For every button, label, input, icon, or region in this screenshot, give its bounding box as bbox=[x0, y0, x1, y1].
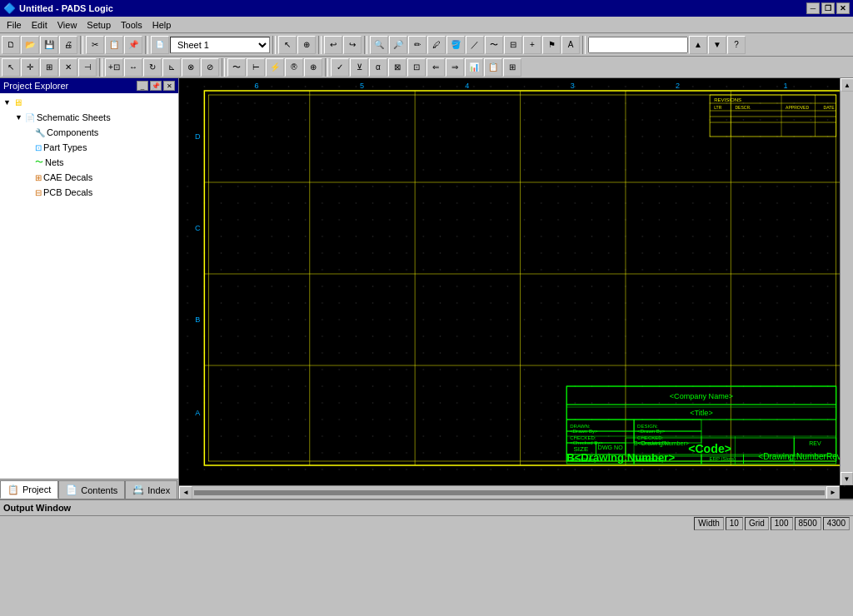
tree-root[interactable]: ▼ 🖥 bbox=[2, 95, 177, 110]
tree-components[interactable]: 🔧 Components bbox=[2, 125, 177, 140]
select2-tool[interactable]: ↖ bbox=[2, 58, 20, 77]
scroll-track-h bbox=[194, 490, 825, 495]
status-width-label: Width bbox=[694, 517, 724, 530]
align-tool[interactable]: ⊾ bbox=[162, 58, 181, 77]
tab-index[interactable]: 📇 Index bbox=[125, 480, 177, 499]
rotate-tool[interactable]: ↻ bbox=[143, 58, 162, 77]
scroll-down-button[interactable]: ▼ bbox=[841, 472, 853, 485]
bus-join[interactable]: ⊢ bbox=[247, 58, 265, 77]
line-tool[interactable]: ／ bbox=[466, 36, 484, 54]
cut-button[interactable]: ✂ bbox=[86, 36, 104, 54]
minimize-button[interactable]: ─ bbox=[806, 2, 820, 14]
mirror-tool[interactable]: ⊣ bbox=[78, 58, 97, 77]
pe-title: Project Explorer bbox=[3, 81, 68, 91]
menu-file[interactable]: File bbox=[2, 18, 27, 32]
paste-button[interactable]: 📌 bbox=[124, 36, 142, 54]
verify-tool[interactable]: ✓ bbox=[331, 58, 349, 77]
copy-button[interactable]: 📋 bbox=[105, 36, 123, 54]
net-tool[interactable]: 〜 bbox=[227, 58, 246, 77]
tab-contents[interactable]: 📄 Contents bbox=[58, 480, 125, 499]
tree-cae-decals[interactable]: ⊞ CAE Decals bbox=[2, 170, 177, 185]
highlight-tool[interactable]: 🖊 bbox=[427, 36, 446, 54]
pencil-tool[interactable]: ✏ bbox=[408, 36, 426, 54]
bom-tool[interactable]: 📋 bbox=[484, 58, 502, 77]
menu-tools[interactable]: Tools bbox=[116, 18, 147, 32]
netlist[interactable]: ⊠ bbox=[388, 58, 407, 77]
expand-cae bbox=[25, 173, 35, 181]
svg-text:C: C bbox=[195, 224, 201, 232]
svg-text:B: B bbox=[195, 315, 200, 324]
compare[interactable]: ⊡ bbox=[407, 58, 426, 77]
print-button[interactable]: 🖨 bbox=[59, 36, 77, 54]
ref-tool[interactable]: ® bbox=[285, 58, 303, 77]
vertical-scrollbar[interactable]: ▲ ▼ bbox=[840, 78, 853, 485]
tree-schematic-sheets[interactable]: ▼ 📄 Schematic Sheets bbox=[2, 110, 177, 125]
scroll-left-button[interactable]: ◄ bbox=[179, 486, 192, 499]
sheet-dropdown[interactable]: Sheet 1 bbox=[170, 37, 270, 53]
fill-tool[interactable]: 🪣 bbox=[446, 36, 465, 54]
power-sym[interactable]: ⚡ bbox=[266, 58, 284, 77]
menu-setup[interactable]: Setup bbox=[82, 18, 116, 32]
menu-edit[interactable]: Edit bbox=[27, 18, 52, 32]
scroll-up-button[interactable]: ▲ bbox=[841, 78, 853, 92]
forward-ann[interactable]: ⇒ bbox=[446, 58, 464, 77]
search-input[interactable] bbox=[588, 37, 688, 53]
undo-button[interactable]: ↩ bbox=[324, 36, 342, 54]
zoom-button[interactable]: 🔍 bbox=[370, 36, 388, 54]
width-label: Width bbox=[698, 519, 720, 528]
net-flag[interactable]: ⚑ bbox=[542, 36, 561, 54]
arrow-tool[interactable]: ↖ bbox=[278, 36, 297, 54]
pe-minimize[interactable]: _ bbox=[137, 81, 148, 91]
rule-check[interactable]: ⊻ bbox=[350, 58, 368, 77]
menu-help[interactable]: Help bbox=[147, 18, 177, 32]
title-bar-left: 🔷 Untitled - PADS Logic bbox=[3, 2, 113, 14]
open-button[interactable]: 📂 bbox=[21, 36, 39, 54]
parts-icon: ⊡ bbox=[35, 143, 42, 152]
down-arrow[interactable]: ▼ bbox=[708, 36, 726, 54]
junction-tool[interactable]: + bbox=[523, 36, 541, 54]
stats-tool[interactable]: 📊 bbox=[465, 58, 483, 77]
sep-8 bbox=[222, 58, 225, 77]
wave-tool[interactable]: 〜 bbox=[485, 36, 503, 54]
restore-button[interactable]: ❐ bbox=[821, 2, 835, 14]
up-arrow[interactable]: ▲ bbox=[689, 36, 707, 54]
text-tool[interactable]: A bbox=[561, 36, 580, 54]
pcb-tool[interactable]: ⊞ bbox=[503, 58, 521, 77]
back-ann[interactable]: ⇐ bbox=[426, 58, 445, 77]
pe-pin[interactable]: 📌 bbox=[150, 81, 162, 91]
pin-tool[interactable]: ⊘ bbox=[201, 58, 219, 77]
save-button[interactable]: 💾 bbox=[40, 36, 58, 54]
svg-text:2: 2 bbox=[676, 82, 680, 90]
canvas-area[interactable]: 6 5 4 3 2 1 D C B A D C B A <Company Nam… bbox=[179, 78, 853, 499]
gate-tool[interactable]: ⊗ bbox=[182, 58, 200, 77]
redo-button[interactable]: ↪ bbox=[343, 36, 362, 54]
status-x-value: 8500 bbox=[795, 517, 821, 530]
annotate[interactable]: α bbox=[369, 58, 387, 77]
bus-tool[interactable]: ⊟ bbox=[504, 36, 522, 54]
label-tool[interactable]: ⊕ bbox=[304, 58, 322, 77]
scroll-right-button[interactable]: ► bbox=[826, 486, 840, 499]
move-tool[interactable]: ✛ bbox=[21, 58, 39, 77]
title-bar-controls: ─ ❐ ✕ bbox=[806, 2, 850, 14]
zoom-area[interactable]: 🔎 bbox=[389, 36, 407, 54]
tree-part-types[interactable]: ⊡ Part Types bbox=[2, 140, 177, 155]
select-tool[interactable]: ⊕ bbox=[297, 36, 316, 54]
comp-label: Components bbox=[47, 127, 98, 137]
drag-tool[interactable]: ⊞ bbox=[40, 58, 58, 77]
new-button[interactable]: 🗋 bbox=[2, 36, 20, 54]
tab-project[interactable]: 📋 Project bbox=[0, 480, 58, 499]
tree-nets[interactable]: 〜 Nets bbox=[2, 155, 177, 170]
project-explorer: Project Explorer _ 📌 ✕ ▼ 🖥 ▼ 📄 Schematic… bbox=[0, 78, 179, 499]
tree-pcb-decals[interactable]: ⊟ PCB Decals bbox=[2, 185, 177, 200]
pe-close[interactable]: ✕ bbox=[163, 81, 175, 91]
close-button[interactable]: ✕ bbox=[836, 2, 850, 14]
menu-view[interactable]: View bbox=[52, 18, 82, 32]
help-button[interactable]: ? bbox=[727, 36, 746, 54]
delete-tool[interactable]: ✕ bbox=[59, 58, 77, 77]
horizontal-scrollbar-area[interactable]: ◄ ► bbox=[179, 485, 840, 499]
svg-text:<Code>: <Code> bbox=[688, 442, 731, 455]
width-value: 10 bbox=[730, 519, 739, 528]
add-comp[interactable]: +⊡ bbox=[105, 58, 123, 77]
flip-tool[interactable]: ↔ bbox=[124, 58, 142, 77]
pe-titlebar-btns: _ 📌 ✕ bbox=[137, 81, 175, 91]
